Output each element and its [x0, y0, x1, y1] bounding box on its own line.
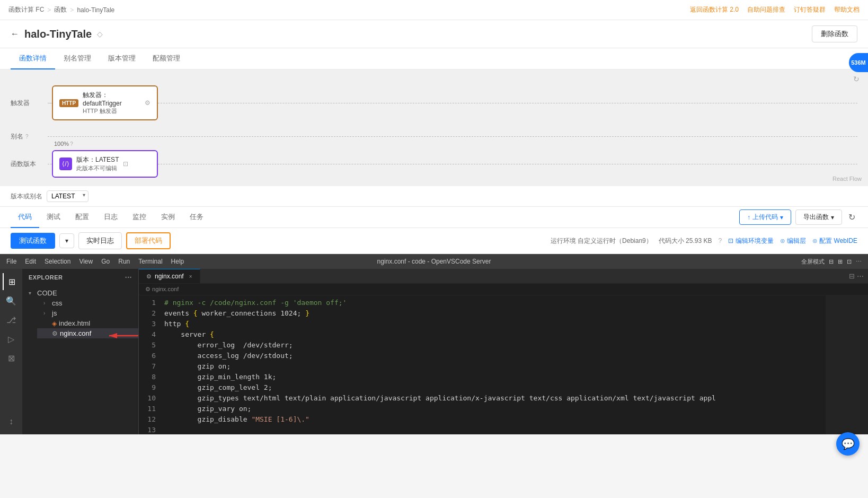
- tab-config[interactable]: 配置: [68, 207, 96, 228]
- menu-edit[interactable]: Edit: [25, 258, 36, 265]
- back-button[interactable]: ←: [11, 29, 19, 39]
- menu-run[interactable]: Run: [118, 258, 130, 265]
- menu-selection[interactable]: Selection: [45, 258, 70, 265]
- breadcrumb: 函数计算 FC > 函数 > halo-TinyTale: [8, 5, 114, 14]
- nav-link-docs[interactable]: 帮助文档: [834, 5, 860, 14]
- chevron-right-icon-js: ›: [43, 310, 50, 316]
- deploy-code-button[interactable]: 部署代码: [126, 232, 171, 249]
- more-tab-options-icon[interactable]: ⋯: [857, 272, 864, 280]
- sidebar-search-icon[interactable]: 🔍: [3, 292, 20, 309]
- tab-code[interactable]: 代码: [11, 207, 39, 228]
- indexhtml-label: index.html: [59, 319, 90, 327]
- code-line-3: events { worker_connections 1024; }: [164, 308, 821, 319]
- test-dropdown-button[interactable]: ▾: [59, 233, 74, 248]
- breadcrumb-item-current: halo-TinyTale: [77, 6, 114, 14]
- export-function-button[interactable]: 导出函数 ▾: [795, 209, 842, 225]
- line-num: 13: [143, 425, 156, 434]
- code-content[interactable]: 1 2 3 4 5 6 7 8 9 10 11 12 13 14 # nginx…: [139, 295, 868, 434]
- top-nav-links: 返回函数计算 2.0 自助问题排查 订钉答疑群 帮助文档: [690, 5, 860, 14]
- delete-function-button[interactable]: 删除函数: [812, 25, 857, 42]
- realtime-log-button[interactable]: 实时日志: [78, 232, 122, 249]
- tab-close-icon[interactable]: ×: [189, 274, 192, 279]
- flow-refresh-icon[interactable]: ↻: [853, 75, 860, 83]
- version-select-wrapper: LATEST: [47, 190, 88, 202]
- js-folder-label: js: [52, 309, 57, 317]
- code-refresh-button[interactable]: ↻: [846, 210, 857, 224]
- line-numbers: 1 2 3 4 5 6 7 8 9 10 11 12 13 14: [139, 295, 160, 434]
- tree-css-folder[interactable]: › css: [37, 298, 138, 308]
- breadcrumb-item-fc[interactable]: 函数计算 FC: [8, 5, 44, 14]
- menu-terminal[interactable]: Terminal: [138, 258, 162, 265]
- tab-quota-management[interactable]: 配额管理: [144, 48, 189, 69]
- edit-env-link[interactable]: ⊡ 编辑环境变量: [728, 237, 773, 246]
- line-num: 4: [143, 329, 156, 340]
- line-num: 9: [143, 382, 156, 393]
- nav-link-community[interactable]: 订钉答疑群: [794, 5, 826, 14]
- upload-code-button[interactable]: ↑ 上传代码 ▾: [739, 209, 791, 225]
- version-card[interactable]: ⟨/⟩ 版本：LATEST 此版本不可编辑 ⊡: [52, 150, 158, 178]
- menu-view[interactable]: View: [79, 258, 93, 265]
- code-line-10: gzip_min_length 1k;: [164, 372, 821, 382]
- version-selector-label: 版本或别名: [11, 192, 42, 201]
- user-avatar[interactable]: 536M: [849, 53, 868, 72]
- doc-icon[interactable]: ⊡: [123, 160, 128, 168]
- bookmark-icon[interactable]: ◇: [97, 30, 103, 38]
- config-webide-link[interactable]: ⊙ 配置 WebIDE: [812, 237, 857, 246]
- tab-alias-management[interactable]: 别名管理: [55, 48, 100, 69]
- breadcrumb-item-func[interactable]: 函数: [54, 5, 67, 14]
- tree-code-folder[interactable]: ▾ CODE: [22, 288, 138, 298]
- sidebar-explorer-icon[interactable]: ⊞: [3, 273, 20, 290]
- tab-function-detail[interactable]: 函数详情: [11, 48, 55, 69]
- version-select[interactable]: LATEST: [47, 190, 88, 202]
- minimap: [826, 295, 868, 434]
- alias-help-icon: ?: [25, 134, 29, 139]
- export-chevron-icon: ▾: [831, 214, 834, 221]
- editor-tab-nginxconf[interactable]: ⚙ nginx.conf ×: [139, 269, 200, 283]
- gear-icon[interactable]: ⚙: [145, 99, 150, 107]
- panel-side-icon[interactable]: ⊡: [847, 258, 852, 265]
- code-size-help-icon: ?: [718, 237, 722, 244]
- line-num: 2: [143, 308, 156, 319]
- explorer-label: EXPLORER: [29, 274, 63, 281]
- tree-file-indexhtml[interactable]: ◈ index.html: [37, 318, 138, 328]
- more-options-icon[interactable]: ⋯: [856, 258, 862, 265]
- fullscreen-label[interactable]: 全屏模式: [801, 258, 825, 266]
- split-editor-icon[interactable]: ⊟: [849, 272, 855, 280]
- sidebar-git-icon[interactable]: ⎇: [3, 311, 20, 328]
- code-lines: # nginx -c /code/nginx.conf -g 'daemon o…: [160, 295, 826, 434]
- http-badge: HTTP: [59, 99, 78, 107]
- layer-icon: ⊙: [780, 237, 785, 244]
- nav-link-return[interactable]: 返回函数计算 2.0: [690, 5, 739, 14]
- sidebar-debug-icon[interactable]: ▷: [3, 330, 20, 347]
- trigger-card[interactable]: HTTP 触发器：defaultTrigger HTTP 触发器 ⚙: [52, 85, 158, 120]
- tab-instance[interactable]: 实例: [154, 207, 182, 228]
- explorer-panel: EXPLORER ··· ▾ CODE › css: [22, 269, 139, 434]
- tab-task[interactable]: 任务: [182, 207, 211, 228]
- sidebar-extensions-icon[interactable]: ⊠: [3, 350, 20, 366]
- explorer-actions[interactable]: ···: [125, 273, 132, 282]
- chat-avatar-button[interactable]: 💬: [836, 432, 860, 456]
- tree-js-folder[interactable]: › js: [37, 308, 138, 318]
- menu-file[interactable]: File: [6, 258, 16, 265]
- line-num: 8: [143, 372, 156, 382]
- code-folder-label: CODE: [37, 289, 57, 297]
- code-line-1: # nginx -c /code/nginx.conf -g 'daemon o…: [164, 298, 821, 308]
- panel-layout-icon[interactable]: ⊟: [829, 258, 834, 265]
- tree-file-nginxconf[interactable]: ⚙ nginx.conf: [37, 328, 138, 338]
- action-bar: 测试函数 ▾ 实时日志 部署代码 运行环境 自定义运行时（Debian9） 代码…: [0, 228, 868, 254]
- tab-version-management[interactable]: 版本管理: [100, 48, 144, 69]
- breadcrumb-file: ⚙ nginx.conf: [145, 286, 179, 292]
- menu-help[interactable]: Help: [171, 258, 184, 265]
- panel-split-icon[interactable]: ⊞: [838, 258, 843, 265]
- edit-layer-link[interactable]: ⊙ 编辑层: [780, 237, 806, 246]
- trigger-label: 触发器: [11, 99, 48, 108]
- react-flow-label: React Flow: [832, 176, 862, 182]
- explorer-header: EXPLORER ···: [22, 269, 138, 286]
- tab-test[interactable]: 测试: [39, 207, 68, 228]
- nav-link-help[interactable]: 自助问题排查: [747, 5, 785, 14]
- tab-monitor[interactable]: 监控: [125, 207, 154, 228]
- sidebar-git2-icon[interactable]: ↕: [3, 413, 20, 430]
- menu-go[interactable]: Go: [101, 258, 110, 265]
- tab-log[interactable]: 日志: [96, 207, 125, 228]
- test-function-button[interactable]: 测试函数: [11, 233, 55, 249]
